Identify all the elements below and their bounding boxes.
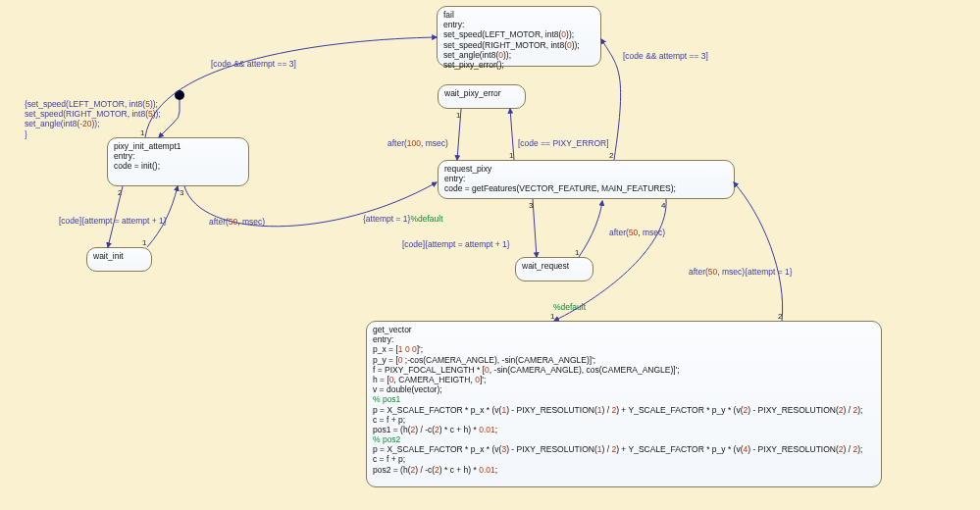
state-body: entry: code = init();	[114, 151, 242, 171]
act: {attempt = attempt + 1}	[81, 216, 166, 226]
prio-request-2: 2	[609, 151, 613, 160]
label-init-to-wait: [code]{attempt = attempt + 1}	[59, 216, 167, 226]
prio-wait-init-1: 1	[142, 238, 146, 247]
prio-init-2: 2	[118, 188, 122, 197]
timer: after(50, msec)	[689, 267, 745, 277]
label-request-to-wait-error: [code == PIXY_ERROR]	[518, 138, 609, 148]
def: %default	[410, 214, 442, 224]
prio-request-4: 4	[661, 201, 665, 210]
state-title: wait_pixy_error	[444, 88, 519, 98]
state-title: wait_request	[522, 261, 587, 271]
state-title: get_vector	[373, 325, 875, 334]
label-wait-to-request: after(50, msec)	[609, 228, 665, 237]
prio-init-3: 3	[180, 188, 183, 197]
label-init-to-request: {attempt = 1}%default	[363, 214, 443, 224]
state-body: entry:set_speed(LEFT_MOTOR, int8(0));set…	[443, 20, 594, 70]
label-request-to-wait: [code]{attempt = attempt + 1}	[402, 239, 510, 249]
label-fail-right: [code && attempt == 3]	[623, 51, 708, 61]
label-wait-to-init: after(50, msec)	[209, 217, 265, 227]
state-title: fail	[443, 10, 594, 20]
state-body: entry: code = getFeatures(VECTOR_FEATURE…	[444, 174, 728, 193]
prio-init-1: 1	[140, 128, 144, 137]
prio-wpe-1: 1	[456, 111, 460, 120]
prio-getvector-2: 2	[778, 312, 782, 321]
act: {attempt = attempt + 1}	[425, 239, 509, 249]
label-fail-left: [code && attempt == 3]	[211, 59, 296, 69]
cond: [code]	[402, 239, 425, 249]
state-wait-init[interactable]: wait_init	[86, 247, 152, 272]
initial-state-dot	[175, 90, 184, 100]
state-request-pixy[interactable]: request_pixy entry: code = getFeatures(V…	[438, 160, 735, 199]
state-pixy-init-attempt1[interactable]: pixy_init_attempt1 entry: code = init();	[107, 137, 249, 186]
state-title: pixy_init_attempt1	[114, 141, 242, 151]
state-title: wait_init	[93, 251, 145, 261]
label-getvector-to-request: after(50, msec){attempt = 1}	[689, 267, 793, 277]
state-title: request_pixy	[444, 164, 728, 174]
cond: [code]	[59, 216, 81, 226]
label-request-to-getvector-default: %default	[553, 302, 586, 312]
act: {attempt = 1}	[363, 214, 410, 224]
state-body: entry:p_x = [1 0 0]';p_y = [0 ;-cos(CAME…	[373, 334, 875, 475]
prio-request-1: 1	[509, 151, 513, 160]
prio-getvector-1: 1	[550, 312, 554, 321]
state-get-vector[interactable]: get_vector entry:p_x = [1 0 0]';p_y = [0…	[366, 321, 882, 487]
state-wait-request[interactable]: wait_request	[515, 257, 593, 281]
prio-wait-req-1: 1	[575, 248, 579, 257]
label-wait-error-to-request: after(100, msec)	[387, 138, 448, 148]
act: {attempt = 1}	[745, 267, 792, 277]
state-wait-pixy-error[interactable]: wait_pixy_error	[438, 84, 526, 109]
prio-request-3: 3	[529, 201, 533, 210]
state-fail[interactable]: fail entry:set_speed(LEFT_MOTOR, int8(0)…	[437, 6, 601, 67]
